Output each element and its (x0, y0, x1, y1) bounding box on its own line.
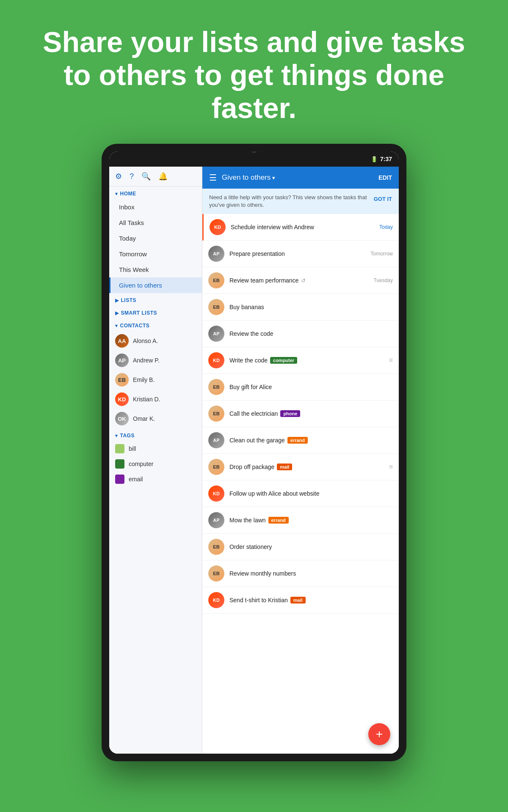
task-info: Review team performance ↺ (229, 277, 365, 284)
contacts-section-label: CONTACTS (120, 323, 150, 329)
sidebar-section-contacts[interactable]: ▾ CONTACTS (109, 318, 202, 331)
task-name: Review the code (229, 330, 393, 337)
sidebar-section-smart-lists[interactable]: ▶ SMART LISTS (109, 306, 202, 318)
task-item[interactable]: EB Drop off package mail ≡ (202, 454, 399, 480)
home-chevron-icon: ▾ (115, 191, 118, 197)
task-item[interactable]: KD Schedule interview with Andrew Today (202, 214, 399, 241)
sidebar-item-tomorrow[interactable]: Tomorrow (109, 246, 202, 262)
edit-button[interactable]: EDIT (378, 174, 392, 181)
avatar-emily: EB (115, 373, 129, 387)
task-name: Buy bananas (229, 304, 393, 310)
app-body: ⚙ ? 🔍 🔔 ▾ HOME Inbox All Tasks Today Tom… (109, 167, 399, 754)
task-item[interactable]: AP Prepare presentation Tomorrow (202, 241, 399, 267)
task-info: Send t-shirt to Kristian mail (229, 597, 393, 604)
task-item[interactable]: AP Mow the lawn errand (202, 507, 399, 534)
sidebar-tag-computer[interactable]: computer (109, 456, 202, 472)
task-item[interactable]: KD Send t-shirt to Kristian mail (202, 587, 399, 614)
tablet-screen: 🔋 7:37 ⚙ ? 🔍 🔔 ▾ HOME Inbox (109, 151, 399, 754)
task-avatar: KD (208, 352, 224, 368)
tag-dot-email (115, 475, 124, 484)
task-name: Send t-shirt to Kristian mail (229, 597, 393, 604)
home-section-label: HOME (120, 191, 136, 197)
avatar-omar: OK (115, 412, 129, 425)
settings-icon[interactable]: ⚙ (115, 172, 122, 181)
task-avatar: KD (210, 219, 226, 235)
tag-label-email: email (129, 476, 143, 483)
sidebar-section-home[interactable]: ▾ HOME (109, 187, 202, 199)
sidebar-item-inbox[interactable]: Inbox (109, 199, 202, 215)
task-item[interactable]: EB Order stationery (202, 534, 399, 560)
add-task-fab[interactable]: + (368, 723, 390, 745)
task-info: Call the electrician phone (229, 410, 393, 417)
sidebar-contact-emily[interactable]: EB Emily B. (109, 370, 202, 390)
contact-name-kristian: Kristian D. (133, 396, 160, 403)
sidebar-contact-andrew[interactable]: AP Andrew P. (109, 351, 202, 370)
task-avatar: EB (208, 539, 224, 555)
sidebar-section-lists[interactable]: ▶ LISTS (109, 293, 202, 306)
tag-dot-bill (115, 444, 124, 453)
smart-lists-section-label: SMART LISTS (121, 310, 157, 316)
help-icon[interactable]: ? (130, 172, 134, 181)
tags-chevron-icon: ▾ (115, 433, 118, 439)
contact-name-emily: Emily B. (133, 376, 155, 383)
sidebar-contact-alonso[interactable]: AA Alonso A. (109, 331, 202, 351)
task-item[interactable]: EB Review team performance ↺ Tuesday (202, 267, 399, 294)
task-item[interactable]: EB Buy gift for Alice (202, 374, 399, 401)
task-name: Prepare presentation (229, 250, 362, 257)
task-item[interactable]: EB Review monthly numbers (202, 560, 399, 587)
task-item[interactable]: EB Call the electrician phone (202, 401, 399, 427)
task-name: Clean out the garage errand (229, 437, 393, 444)
task-tag-mail: mail (277, 464, 292, 470)
task-item[interactable]: KD Write the code computer ≡ (202, 347, 399, 374)
status-time: 7:37 (380, 156, 392, 162)
sidebar-item-given-to-others[interactable]: Given to others (109, 277, 202, 293)
task-name: Buy gift for Alice (229, 384, 393, 390)
sidebar-item-all-tasks[interactable]: All Tasks (109, 215, 202, 230)
contacts-chevron-icon: ▾ (115, 323, 118, 329)
hamburger-menu-icon[interactable]: ☰ (209, 173, 217, 183)
repeat-icon: ↺ (301, 277, 306, 284)
status-bar: 🔋 7:37 (109, 151, 399, 167)
sidebar-tag-bill[interactable]: bill (109, 441, 202, 456)
sidebar-contact-kristian[interactable]: KD Kristian D. (109, 390, 202, 409)
tags-section-label: TAGS (120, 433, 135, 439)
got-it-button[interactable]: GOT IT (374, 195, 392, 203)
tag-dot-computer (115, 459, 124, 469)
task-menu-icon[interactable]: ≡ (389, 463, 393, 471)
task-avatar: AP (208, 326, 224, 342)
task-info: Follow up with Alice about website (229, 490, 393, 497)
task-info: Drop off package mail (229, 464, 393, 470)
task-avatar: KD (208, 592, 224, 608)
task-tag-computer: computer (270, 357, 297, 364)
task-item[interactable]: AP Clean out the garage errand (202, 427, 399, 454)
task-avatar: AP (208, 246, 224, 262)
task-menu-icon[interactable]: ≡ (389, 357, 393, 364)
header-title[interactable]: Given to others ▾ (222, 173, 373, 182)
task-item[interactable]: AP Review the code (202, 321, 399, 347)
task-info: Write the code computer (229, 357, 393, 364)
header-title-text: Given to others (222, 173, 271, 182)
task-info: Clean out the garage errand (229, 437, 393, 444)
task-item[interactable]: EB Buy bananas (202, 294, 399, 321)
smart-lists-chevron-icon: ▶ (115, 310, 119, 316)
sidebar-tag-email[interactable]: email (109, 472, 202, 487)
sidebar-item-this-week[interactable]: This Week (109, 262, 202, 277)
task-avatar: EB (208, 379, 224, 395)
task-tag-mail: mail (290, 597, 306, 604)
sidebar-contact-omar[interactable]: OK Omar K. (109, 409, 202, 428)
task-info: Schedule interview with Andrew (231, 224, 371, 230)
task-avatar: EB (208, 406, 224, 422)
task-item[interactable]: KD Follow up with Alice about website (202, 480, 399, 507)
contact-name-alonso: Alonso A. (133, 337, 158, 344)
header-chevron-icon: ▾ (272, 175, 275, 181)
main-content: ☰ Given to others ▾ EDIT GOT IT Need a l… (202, 167, 399, 754)
search-icon[interactable]: 🔍 (141, 172, 151, 181)
notifications-icon[interactable]: 🔔 (158, 172, 168, 181)
task-avatar: EB (208, 565, 224, 582)
task-info: Buy bananas (229, 304, 393, 310)
sidebar-section-tags[interactable]: ▾ TAGS (109, 428, 202, 441)
sidebar-item-today[interactable]: Today (109, 230, 202, 246)
task-name: Review team performance ↺ (229, 277, 365, 284)
task-name: Follow up with Alice about website (229, 490, 393, 497)
task-info: Review monthly numbers (229, 570, 393, 577)
